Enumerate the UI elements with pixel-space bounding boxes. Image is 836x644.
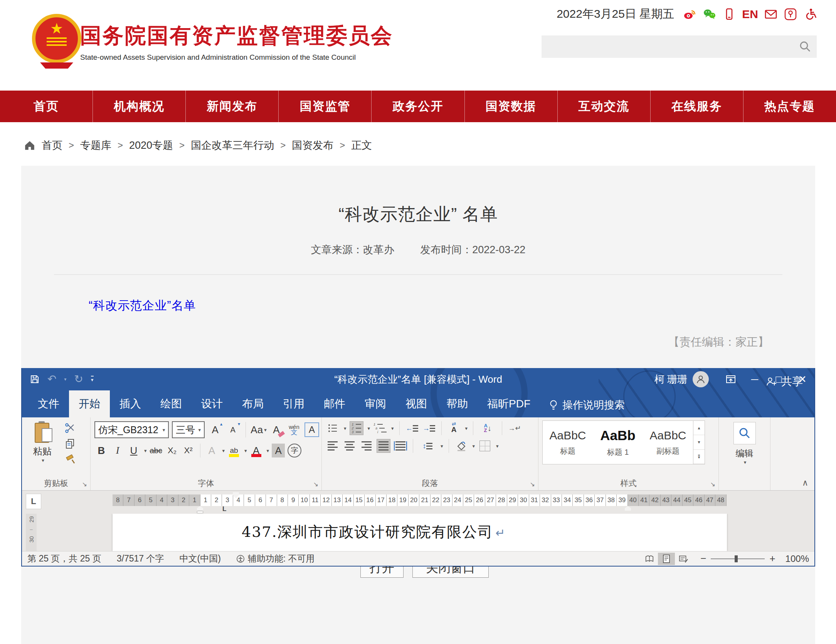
asian-layout-dropdown-icon[interactable]: ▾ xyxy=(465,425,468,431)
align-right-icon[interactable] xyxy=(360,439,373,453)
collapse-ribbon-icon[interactable]: ∧ xyxy=(802,478,808,488)
font-color-dropdown-icon[interactable]: ▾ xyxy=(267,448,269,454)
tab-设计[interactable]: 设计 xyxy=(192,390,232,417)
asian-layout-icon[interactable]: ⇄ A xyxy=(447,421,461,435)
mobile-icon[interactable] xyxy=(722,8,736,21)
font-name-select[interactable]: 仿宋_GB2312▾ xyxy=(94,421,169,438)
styles-scroll-up-icon[interactable]: ▴ xyxy=(693,421,705,435)
clear-formatting-button[interactable]: A xyxy=(269,422,284,437)
zoom-slider[interactable] xyxy=(711,558,765,559)
nav-item-热点专题[interactable]: 热点专题 xyxy=(743,91,836,122)
subscript-button[interactable]: X₂ xyxy=(165,443,179,458)
undo-dropdown-icon[interactable]: ▾ xyxy=(64,377,66,382)
accessibility-status[interactable]: 辅助功能: 不可用 xyxy=(236,553,315,565)
italic-button[interactable]: I xyxy=(111,443,124,458)
styles-scroll-down-icon[interactable]: ▾ xyxy=(693,435,705,449)
underline-dropdown-icon[interactable]: ▾ xyxy=(144,448,147,454)
font-color-button[interactable]: A xyxy=(249,443,263,458)
nav-item-在线服务[interactable]: 在线服务 xyxy=(651,91,743,122)
customize-qat-icon[interactable]: ▾ xyxy=(91,376,94,383)
editing-dropdown-icon[interactable]: ▾ xyxy=(744,459,747,465)
language-toggle[interactable]: EN xyxy=(742,8,758,21)
align-left-icon[interactable] xyxy=(326,439,340,453)
multilevel-list-icon[interactable]: 1 a i xyxy=(373,421,387,435)
sort-icon[interactable]: AZ ↓ xyxy=(479,421,496,435)
zoom-in-icon[interactable]: + xyxy=(769,553,775,565)
attachment-link[interactable]: “科改示范企业”名单 xyxy=(89,298,196,314)
language-indicator[interactable]: 中文(中国) xyxy=(179,553,220,565)
text-effects-button[interactable]: A xyxy=(205,443,219,458)
tell-me-search[interactable]: 操作说明搜索 xyxy=(548,398,625,412)
character-border-button[interactable]: A xyxy=(304,422,319,437)
zoom-level[interactable]: 100% xyxy=(786,553,809,564)
user-avatar[interactable] xyxy=(693,371,709,387)
cut-icon[interactable] xyxy=(64,423,76,434)
ribbon-display-options-icon[interactable] xyxy=(719,368,743,390)
document-page[interactable]: 437.深圳市市政设计研究院有限公司↵ xyxy=(113,514,727,551)
tab-绘图[interactable]: 绘图 xyxy=(151,390,192,417)
enclose-characters-button[interactable]: 字 xyxy=(288,443,301,458)
styles-dialog-launcher-icon[interactable]: ↘ xyxy=(710,481,715,488)
increase-indent-icon[interactable]: → xyxy=(422,421,436,435)
shading-bucket-icon[interactable] xyxy=(454,439,468,453)
justify-icon[interactable] xyxy=(377,439,390,453)
tab-引用[interactable]: 引用 xyxy=(273,390,314,417)
minimize-icon[interactable]: ─ xyxy=(743,368,767,390)
clipboard-dialog-launcher-icon[interactable]: ↘ xyxy=(82,481,87,488)
breadcrumb-item[interactable]: 首页 xyxy=(42,138,62,152)
search-icon[interactable] xyxy=(794,35,817,58)
zoom-out-icon[interactable]: − xyxy=(700,553,706,565)
style-item-标题[interactable]: AaBbC标题 xyxy=(543,421,593,464)
print-layout-icon[interactable] xyxy=(658,553,675,565)
text-effects-dropdown-icon[interactable]: ▾ xyxy=(222,448,225,454)
paragraph-dialog-launcher-icon[interactable]: ↘ xyxy=(530,481,535,488)
phonetic-guide-button[interactable]: wén文 xyxy=(287,422,301,437)
nav-item-国资监管[interactable]: 国资监管 xyxy=(279,91,372,122)
word-count[interactable]: 3/7517 个字 xyxy=(117,553,164,565)
hanging-indent-marker[interactable] xyxy=(197,506,203,511)
undo-icon[interactable]: ↶ xyxy=(47,374,56,385)
nav-item-机构概况[interactable]: 机构概况 xyxy=(93,91,186,122)
numbering-dropdown-icon[interactable]: ▾ xyxy=(368,425,370,431)
tab-帮助[interactable]: 帮助 xyxy=(437,390,478,417)
tab-邮件[interactable]: 邮件 xyxy=(314,390,355,417)
borders-icon[interactable] xyxy=(478,439,492,453)
shrink-font-button[interactable]: A▾ xyxy=(225,422,240,437)
bold-button[interactable]: B xyxy=(94,443,108,458)
grow-font-button[interactable]: A▴ xyxy=(208,422,222,437)
nav-item-国资数据[interactable]: 国资数据 xyxy=(465,91,558,122)
highlight-dropdown-icon[interactable]: ▾ xyxy=(244,448,247,454)
nav-item-新闻发布[interactable]: 新闻发布 xyxy=(186,91,279,122)
breadcrumb-item[interactable]: 国企改革三年行动 xyxy=(191,138,274,152)
line-spacing-dropdown-icon[interactable]: ▾ xyxy=(441,443,443,449)
breadcrumb-item[interactable]: 2020专题 xyxy=(129,138,173,152)
signed-in-user[interactable]: 柯 珊珊 xyxy=(654,373,687,386)
line-spacing-icon[interactable]: ↕ xyxy=(419,439,436,453)
home-icon[interactable] xyxy=(24,140,35,151)
redo-icon[interactable]: ↻ xyxy=(74,374,83,385)
superscript-button[interactable]: X² xyxy=(182,443,195,458)
multilevel-dropdown-icon[interactable]: ▾ xyxy=(391,425,394,431)
underline-button[interactable]: U xyxy=(127,443,141,458)
mail-icon[interactable] xyxy=(764,8,778,21)
read-mode-icon[interactable] xyxy=(641,553,658,565)
borders-dropdown-icon[interactable]: ▾ xyxy=(496,443,499,449)
style-item-标题 1[interactable]: AaBb标题 1 xyxy=(593,421,643,464)
nav-item-政务公开[interactable]: 政务公开 xyxy=(372,91,464,122)
show-marks-icon[interactable]: →↵ xyxy=(508,421,521,435)
accessibility-icon[interactable] xyxy=(803,8,817,21)
tab-插入[interactable]: 插入 xyxy=(110,390,151,417)
web-layout-icon[interactable] xyxy=(675,553,692,565)
distribute-icon[interactable] xyxy=(394,439,407,453)
open-button-partial[interactable]: 打开 xyxy=(360,567,404,578)
highlight-button[interactable]: ab xyxy=(227,443,241,458)
copy-icon[interactable] xyxy=(64,438,76,450)
style-item-副标题[interactable]: AaBbC副标题 xyxy=(643,421,693,464)
font-size-select[interactable]: 三号▾ xyxy=(172,421,205,438)
numbering-icon[interactable]: 1 2 3 xyxy=(350,421,363,435)
styles-more-icon[interactable]: ▾ xyxy=(693,450,705,464)
strikethrough-button[interactable]: abc xyxy=(149,443,163,458)
character-shading-button[interactable]: A xyxy=(271,443,285,458)
search-input[interactable] xyxy=(542,35,794,58)
zoom-slider-thumb[interactable] xyxy=(735,555,738,562)
